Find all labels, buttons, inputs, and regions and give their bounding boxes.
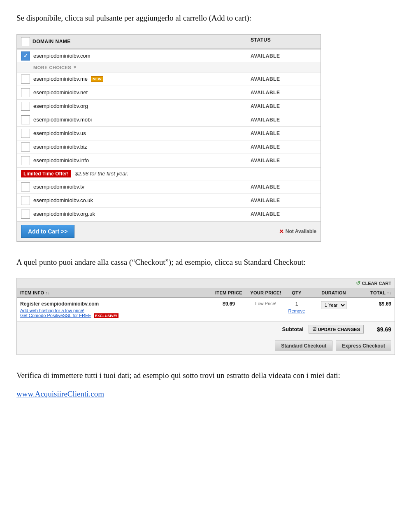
domain-checkbox[interactable] xyxy=(21,102,30,111)
add-hosting-link[interactable]: Add web hosting for a low price! xyxy=(20,308,84,313)
domain-status: AVAILABLE xyxy=(251,90,316,96)
domain-status: AVAILABLE xyxy=(251,198,316,203)
table-row: esempiodominioibv.com AVAILABLE xyxy=(17,49,321,63)
cart-header-duration: DURATION xyxy=(309,290,358,295)
cart-item-price: $9.69 xyxy=(210,301,247,307)
quantity-value: 1 xyxy=(295,301,298,307)
table-row: esempiodominioibv.net AVAILABLE xyxy=(17,86,321,100)
checkmark-icon: ☑ xyxy=(312,327,316,332)
limited-offer-badge: Limited Time Offer! xyxy=(21,170,71,177)
cart-item-links: Add web hosting for a low price! Get Com… xyxy=(20,308,210,318)
express-checkout-button[interactable]: Express Checkout xyxy=(336,341,391,351)
domain-col-name: esempiodominioibv.mobi xyxy=(21,115,251,124)
domain-status: AVAILABLE xyxy=(251,117,316,123)
exclusive-badge: EXCLUSIVE! xyxy=(94,313,118,318)
domain-status: AVAILABLE xyxy=(251,131,316,136)
x-icon: ✕ xyxy=(279,228,284,235)
cart-item-title: Register esempiodominioibv.com xyxy=(20,301,210,307)
cart-item-total: $9.69 xyxy=(358,301,391,307)
update-changes-button[interactable]: ☑ UPDATE CHANGES xyxy=(309,325,364,334)
table-row: esempiodominioibv.biz AVAILABLE xyxy=(17,140,321,154)
domain-name-label: DOMAIN NAME xyxy=(33,39,71,44)
domain-status: AVAILABLE xyxy=(251,103,316,109)
table-row: esempiodominioibv.tv AVAILABLE xyxy=(17,180,321,194)
domain-name: esempiodominioibv.info xyxy=(33,157,89,163)
domain-checkbox[interactable] xyxy=(21,210,30,219)
cart-header-qty: QTY xyxy=(284,290,309,295)
domain-name: esempiodominioibv.us xyxy=(33,130,86,136)
total-label: TOTAL xyxy=(370,290,386,295)
limited-offer-text: $2.98 for the first year. xyxy=(75,170,128,177)
cart-checkout-row: Standard Checkout Express Checkout xyxy=(17,337,395,355)
table-row: esempiodominioibv.co.uk AVAILABLE xyxy=(17,194,321,208)
domain-col-name: esempiodominioibv.info xyxy=(21,156,251,165)
new-badge: NEW xyxy=(91,76,103,82)
domain-status: AVAILABLE xyxy=(251,184,316,190)
comodo-ssl-link[interactable]: Get Comodo PositiveSSL for FREE xyxy=(20,313,91,318)
domain-name: esempiodominioibv.com xyxy=(33,53,91,59)
add-to-cart-button[interactable]: Add to Cart >> xyxy=(21,225,74,238)
status-header: STATUS xyxy=(251,37,316,46)
duration-select[interactable]: 1 Year xyxy=(321,301,346,309)
domain-status: AVAILABLE xyxy=(251,144,316,150)
domain-checkbox[interactable] xyxy=(21,88,30,97)
cart-item-qty: 1 Remove xyxy=(284,301,309,313)
domain-table-footer: Add to Cart >> ✕ Not Available xyxy=(17,221,321,241)
not-available-label: ✕ Not Available xyxy=(279,228,316,235)
domain-checkbox[interactable] xyxy=(21,182,30,191)
table-row: esempiodominioibv.us AVAILABLE xyxy=(17,127,321,140)
subtotal-label: Subtotal xyxy=(282,326,304,332)
domain-checkbox[interactable] xyxy=(21,142,30,152)
domain-col-name: esempiodominioibv.biz xyxy=(21,142,251,152)
domain-name: esempiodominioibv.org xyxy=(33,103,88,109)
domain-col-name: esempiodominioibv.net xyxy=(21,88,251,97)
subtotal-amount: $9.69 xyxy=(369,326,391,333)
domain-name: esempiodominioibv.net xyxy=(33,89,88,96)
domain-col-name: esempiodominioibv.org xyxy=(21,102,251,111)
not-available-text: Not Available xyxy=(286,229,316,234)
update-changes-label: UPDATE CHANGES xyxy=(318,327,360,332)
domain-checkbox[interactable] xyxy=(21,156,30,165)
chevron-down-icon: ▼ xyxy=(73,65,77,70)
cart-item-your-price: Low Price! xyxy=(247,301,284,306)
domain-col-name: esempiodominioibv.com xyxy=(21,51,251,61)
table-row: esempiodominioibv.mobi AVAILABLE xyxy=(17,113,321,127)
more-choices-button[interactable]: MORE CHOICES ▼ xyxy=(33,65,77,70)
domain-checkbox[interactable] xyxy=(21,129,30,138)
remove-link[interactable]: Remove xyxy=(284,308,309,313)
sort-arrows-total-icon: ↑↓ xyxy=(387,291,391,295)
domain-checkbox[interactable] xyxy=(21,115,30,124)
clear-cart-button[interactable]: ↺ CLEAR CART xyxy=(356,280,392,286)
table-row: esempiodominioibv.me NEW AVAILABLE xyxy=(17,72,321,86)
site-url-link[interactable]: www.AcquisiireClienti.com xyxy=(16,390,104,398)
domain-col-name: esempiodominioibv.co.uk xyxy=(21,196,251,205)
domain-col-name: esempiodominioibv.us xyxy=(21,129,251,138)
domain-col-name: esempiodominioibv.me NEW xyxy=(21,75,251,84)
cart-header-total: TOTAL ↑↓ xyxy=(358,290,391,295)
table-row: esempiodominioibv.org.uk AVAILABLE xyxy=(17,208,321,221)
intro-text: Se disponibile, clicca sul pulsante per … xyxy=(16,12,379,24)
cart-item-info: Register esempiodominioibv.com Add web h… xyxy=(20,301,210,318)
cart-subtotal-row: Subtotal ☑ UPDATE CHANGES $9.69 xyxy=(17,322,395,337)
select-all-checkbox[interactable] xyxy=(21,37,30,46)
standard-checkout-button[interactable]: Standard Checkout xyxy=(275,341,332,351)
domain-name: esempiodominioibv.mobi xyxy=(33,117,92,123)
domain-name-header: DOMAIN NAME xyxy=(21,37,251,46)
cart-table: ↺ CLEAR CART ITEM INFO ↑↓ ITEM PRICE YOU… xyxy=(16,278,395,355)
domain-table: DOMAIN NAME STATUS esempiodominioibv.com… xyxy=(16,34,321,242)
domain-name: esempiodominioibv.me xyxy=(33,76,88,82)
table-row: esempiodominioibv.info AVAILABLE xyxy=(17,154,321,168)
cart-header-price: ITEM PRICE xyxy=(210,290,247,295)
domain-status: AVAILABLE xyxy=(251,211,316,217)
domain-checkbox[interactable] xyxy=(21,196,30,205)
sort-arrows-icon: ↑↓ xyxy=(46,291,50,295)
domain-checkbox[interactable] xyxy=(21,75,30,84)
duration-select-wrapper: 1 Year xyxy=(309,301,358,309)
domain-checkbox[interactable] xyxy=(21,51,30,61)
table-row: esempiodominioibv.org AVAILABLE xyxy=(17,100,321,113)
cart-header-item: ITEM INFO ↑↓ xyxy=(20,290,210,295)
domain-table-header: DOMAIN NAME STATUS xyxy=(17,35,321,49)
cart-header: ITEM INFO ↑↓ ITEM PRICE YOUR PRICE! QTY … xyxy=(17,288,395,298)
domain-name: esempiodominioibv.org.uk xyxy=(33,211,95,217)
middle-text: A quel punto puoi andare alla cassa (“Ch… xyxy=(16,257,379,268)
